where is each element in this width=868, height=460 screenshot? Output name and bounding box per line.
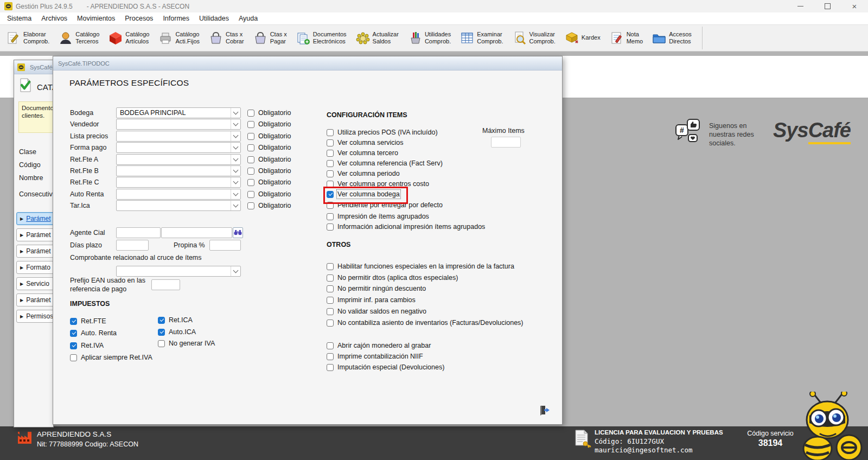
- tar-ica-combobox[interactable]: [116, 200, 241, 211]
- toolbar-button-nota-memo[interactable]: NotaMemo: [609, 30, 644, 46]
- checkbox-unchecked[interactable]: [247, 110, 254, 117]
- checkbox-unchecked[interactable]: [247, 168, 254, 175]
- checkbox-unchecked[interactable]: [247, 179, 254, 186]
- menu-item-informes[interactable]: Informes: [158, 14, 194, 23]
- chevron-down-icon[interactable]: [231, 155, 240, 164]
- menu-item-archivos[interactable]: Archivos: [36, 14, 72, 23]
- checkbox-unchecked[interactable]: [327, 263, 334, 270]
- catalog-nav-button-parámet[interactable]: ▶Parámet: [16, 212, 54, 225]
- obligatorio-checkbox-row[interactable]: Obligatorio: [247, 144, 291, 151]
- prefijo-ean-field[interactable]: [151, 279, 180, 290]
- checkbox-unchecked[interactable]: [247, 144, 254, 151]
- checkbox-unchecked[interactable]: [327, 129, 334, 136]
- checkbox-unchecked[interactable]: [247, 133, 254, 140]
- toolbar-button-kardex[interactable]: Kardex: [564, 30, 602, 46]
- obligatorio-checkbox-row[interactable]: Obligatorio: [247, 190, 291, 198]
- checkbox-unchecked[interactable]: [327, 223, 334, 231]
- otros-checkbox-row[interactable]: Imprime contabilización NIIF: [327, 353, 423, 360]
- chevron-down-icon[interactable]: [231, 266, 240, 276]
- checkbox-unchecked[interactable]: [327, 342, 334, 349]
- checkbox-unchecked[interactable]: [327, 274, 334, 282]
- impuesto-checkbox-row[interactable]: Aplicar siempre Ret.IVA: [70, 354, 152, 361]
- impuesto-checkbox-row[interactable]: Ret.IVA: [70, 342, 104, 349]
- checkbox-unchecked[interactable]: [247, 191, 254, 198]
- checkbox-unchecked[interactable]: [327, 285, 334, 292]
- impuesto-checkbox-row[interactable]: Auto.ICA: [158, 328, 196, 336]
- forma-pago-combobox[interactable]: [116, 142, 241, 153]
- impuesto-checkbox-row[interactable]: Ret.FTE: [70, 317, 106, 325]
- comprobante-combobox[interactable]: [116, 266, 241, 277]
- search-binoculars-button[interactable]: [233, 227, 243, 238]
- catalog-nav-button-parámet[interactable]: ▶Parámet: [16, 293, 54, 306]
- config-item-checkbox-row[interactable]: Utiliza precios POS (IVA incluído): [327, 129, 438, 136]
- catalog-nav-button-servicio[interactable]: ▶Servicio: [16, 277, 54, 290]
- minimize-button[interactable]: [787, 0, 814, 12]
- catalog-nav-button-parámet[interactable]: ▶Parámet: [16, 245, 54, 258]
- config-item-checkbox-row[interactable]: Ver columna servicios: [327, 139, 404, 146]
- menu-item-procesos[interactable]: Procesos: [120, 14, 158, 23]
- otros-checkbox-row[interactable]: No contabiliza asiento de inventarios (F…: [327, 319, 524, 327]
- maximo-items-field[interactable]: [491, 137, 521, 148]
- otros-checkbox-row[interactable]: No permitir dtos (aplica dtos especiales…: [327, 274, 458, 282]
- toolbar-button-utilidades-comprob[interactable]: UtilidadesComprob.: [407, 30, 452, 46]
- otros-checkbox-row[interactable]: Imputación especial (Devoluciones): [327, 363, 444, 371]
- ret-fte-b-combobox[interactable]: [116, 165, 241, 176]
- checkbox-unchecked[interactable]: [158, 340, 165, 347]
- checkbox-unchecked[interactable]: [247, 202, 254, 209]
- toolbar-button-ctasx-cobrar[interactable]: Ctas xCobrar: [208, 30, 245, 46]
- checkbox-unchecked[interactable]: [247, 121, 254, 128]
- catalog-nav-button-permisos[interactable]: ▶Permisos: [16, 310, 54, 323]
- checkbox-unchecked[interactable]: [327, 364, 334, 371]
- catalog-nav-button-parámet[interactable]: ▶Parámet: [16, 228, 54, 241]
- catalog-nav-button-formato[interactable]: ▶Formato: [16, 261, 54, 274]
- checkbox-unchecked[interactable]: [327, 139, 334, 146]
- catalog-dialog-titlebar[interactable]: SysCafé.TIP: [14, 60, 54, 74]
- otros-checkbox-row[interactable]: Abrir cajón monedero al grabar: [327, 342, 431, 349]
- ret-fte-a-combobox[interactable]: [116, 154, 241, 165]
- dias-plazo-field[interactable]: [116, 240, 149, 251]
- checkbox-checked[interactable]: [158, 329, 165, 336]
- toolbar-button-accesos-directos[interactable]: AccesosDirectos: [651, 30, 693, 46]
- lista-precios-combobox[interactable]: [116, 131, 241, 142]
- restore-button[interactable]: [814, 0, 841, 12]
- toolbar-button-ctasx-pagar[interactable]: Ctas xPagar: [252, 30, 288, 46]
- checkbox-unchecked[interactable]: [327, 160, 334, 167]
- toolbar-button-documentos-electrnicos[interactable]: DocumentosElectrónicos: [295, 30, 348, 46]
- exit-button[interactable]: [538, 404, 551, 417]
- obligatorio-checkbox-row[interactable]: Obligatorio: [247, 178, 291, 186]
- checkbox-unchecked[interactable]: [327, 308, 334, 315]
- menu-item-ayuda[interactable]: Ayuda: [234, 14, 263, 23]
- agente-cial-name-field[interactable]: [161, 227, 232, 238]
- chevron-down-icon[interactable]: [231, 201, 240, 210]
- agente-cial-code-field[interactable]: [116, 227, 161, 238]
- toolbar-button-catlogo-artculos[interactable]: CatálogoArtículos: [107, 30, 150, 46]
- checkbox-unchecked[interactable]: [327, 170, 334, 177]
- config-item-checkbox-row[interactable]: Ver columna referencia (Fact Serv): [327, 159, 443, 167]
- propina-field[interactable]: [209, 240, 241, 251]
- auto-renta-combobox[interactable]: [116, 189, 241, 200]
- impuesto-checkbox-row[interactable]: Ret.ICA: [158, 316, 193, 324]
- close-button[interactable]: ×: [841, 0, 868, 12]
- config-item-checkbox-row[interactable]: Ver columna tercero: [327, 149, 398, 157]
- chevron-down-icon[interactable]: [231, 119, 240, 129]
- obligatorio-checkbox-row[interactable]: Obligatorio: [247, 202, 291, 209]
- toolbar-button-visualizar-comprob[interactable]: VisualizarComprob.: [512, 30, 557, 46]
- checkbox-unchecked[interactable]: [327, 213, 334, 220]
- obligatorio-checkbox-row[interactable]: Obligatorio: [247, 109, 291, 117]
- toolbar-button-actualizar-saldos[interactable]: ActualizarSaldos: [355, 30, 400, 46]
- menu-item-movimientos[interactable]: Movimientos: [72, 14, 120, 23]
- config-item-checkbox-row[interactable]: Impresión de ítems agrupados: [327, 213, 429, 220]
- ret-fte-c-combobox[interactable]: [116, 177, 241, 188]
- bodega-combobox[interactable]: BODEGA PRINCIPAL: [116, 107, 241, 118]
- chevron-down-icon[interactable]: [231, 131, 240, 141]
- checkbox-unchecked[interactable]: [70, 354, 77, 361]
- checkbox-checked[interactable]: [70, 318, 77, 325]
- chevron-down-icon[interactable]: [231, 166, 240, 176]
- tipodoc-dialog-titlebar[interactable]: SysCafé.TIPODOC: [53, 56, 562, 71]
- checkbox-unchecked[interactable]: [327, 150, 334, 157]
- chevron-down-icon[interactable]: [231, 108, 240, 118]
- obligatorio-checkbox-row[interactable]: Obligatorio: [247, 120, 291, 128]
- checkbox-unchecked[interactable]: [247, 156, 254, 163]
- checkbox-checked[interactable]: [158, 317, 165, 324]
- impuesto-checkbox-row[interactable]: Auto. Renta: [70, 329, 117, 337]
